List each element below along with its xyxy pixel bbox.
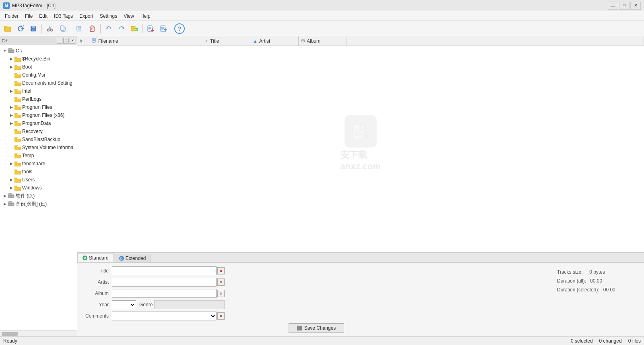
form-genre-input[interactable] <box>154 300 225 309</box>
form-artist-row: Artist ✕ <box>84 277 549 287</box>
tree-expand-system-volume[interactable] <box>8 144 14 151</box>
col-header-title[interactable]: ♪ Title <box>202 36 250 46</box>
tree-hscroll[interactable] <box>0 330 77 336</box>
tree-item-recycle[interactable]: ▶ $Recycle.Bin <box>0 55 77 63</box>
tree-expand-documents[interactable] <box>8 80 14 86</box>
toolbar-cut[interactable] <box>44 23 56 34</box>
toolbar-new[interactable] <box>73 23 85 34</box>
tree-expand-recycle[interactable]: ▶ <box>8 56 14 62</box>
tree-expand-c-drive[interactable]: ▼ <box>2 48 8 54</box>
tree-icon-tools <box>14 169 21 175</box>
form-album-input[interactable] <box>112 289 217 298</box>
scroll-thumb[interactable] <box>2 332 18 336</box>
tree-area[interactable]: ▼ C:\▶ $Recycle.Bin▶ Boot Config.Msi Doc… <box>0 45 77 330</box>
tree-item-temp[interactable]: Temp <box>0 152 77 160</box>
toolbar-help[interactable]: ? <box>174 23 185 34</box>
tree-expand-program-files-x86[interactable]: ▶ <box>8 112 14 118</box>
maximize-btn[interactable]: □ <box>619 2 630 10</box>
toolbar-open-folder[interactable] <box>2 23 14 34</box>
tree-expand-boot[interactable]: ▶ <box>8 64 14 70</box>
form-album-row: Album ✕ <box>84 289 549 298</box>
tree-item-recovery[interactable]: Recovery <box>0 127 77 135</box>
title-bar: M MP3TagEditor - [C:\] — □ ✕ <box>0 0 644 11</box>
tree-item-e-drive[interactable]: ▶ 备份[勿删] (E:) <box>0 200 77 208</box>
menu-export[interactable]: Export <box>76 12 97 20</box>
col-header-num[interactable]: # <box>77 36 89 46</box>
tree-expand-perflogs[interactable] <box>8 96 14 102</box>
form-title-clear[interactable]: ✕ <box>217 267 225 274</box>
tree-expand-e-drive[interactable]: ▶ <box>2 201 8 207</box>
tree-item-program-files[interactable]: ▶ Program Files <box>0 103 77 111</box>
panel-maximize-btn[interactable]: □ <box>63 38 69 44</box>
menu-view[interactable]: View <box>120 12 137 20</box>
tree-icon-sandblast <box>14 137 21 142</box>
tree-item-windows[interactable]: ▶ Windows <box>0 184 77 192</box>
toolbar-copy[interactable] <box>57 23 69 34</box>
tab-standard[interactable]: D Standard <box>77 253 114 262</box>
tree-expand-sandblast[interactable] <box>8 136 14 143</box>
toolbar-undo[interactable] <box>103 23 115 34</box>
toolbar-refresh[interactable] <box>14 23 27 34</box>
form-artist-input[interactable] <box>112 278 217 287</box>
tree-item-boot[interactable]: ▶ Boot <box>0 63 77 71</box>
tree-expand-config-msi[interactable] <box>8 72 14 78</box>
tree-item-perflogs[interactable]: PerfLogs <box>0 95 77 103</box>
tree-expand-windows[interactable]: ▶ <box>8 185 14 191</box>
tree-item-c-drive[interactable]: ▼ C:\ <box>0 47 77 55</box>
save-changes-btn[interactable]: Save Changes <box>289 323 345 333</box>
tree-item-programdata[interactable]: ▶ ProgramData <box>0 119 77 127</box>
stats-duration-selected: Duration (selected): 00:00 <box>557 285 638 294</box>
toolbar-save[interactable] <box>27 23 39 34</box>
tree-item-system-volume[interactable]: System Volume Informa <box>0 143 77 152</box>
menu-folder[interactable]: Folder <box>2 12 22 20</box>
close-btn[interactable]: ✕ <box>630 2 641 10</box>
tree-icon-documents <box>14 80 21 86</box>
tree-expand-program-files[interactable]: ▶ <box>8 104 14 110</box>
toolbar-delete[interactable] <box>86 23 98 34</box>
panel-minimize-btn[interactable]: _ <box>57 38 62 44</box>
form-title-input[interactable] <box>112 266 217 275</box>
tree-expand-users[interactable]: ▶ <box>8 177 14 183</box>
toolbar-redo[interactable] <box>116 23 128 34</box>
tree-icon-perflogs <box>14 96 21 102</box>
tree-expand-tools[interactable] <box>8 168 14 175</box>
menu-id3tags[interactable]: ID3 Tags <box>51 12 76 20</box>
minimize-btn[interactable]: — <box>608 2 618 10</box>
tree-expand-recovery[interactable] <box>8 128 14 135</box>
form-comments-clear[interactable]: ✕ <box>217 312 225 320</box>
menu-help[interactable]: Help <box>137 12 154 20</box>
menu-file[interactable]: File <box>22 12 36 20</box>
col-header-filename[interactable]: Filename <box>89 36 202 46</box>
tree-expand-temp[interactable] <box>8 152 14 159</box>
form-year-select[interactable] <box>112 300 136 309</box>
tree-item-tools[interactable]: tools <box>0 168 77 176</box>
panel-close-btn[interactable]: ✕ <box>70 38 75 44</box>
tree-item-sandblast[interactable]: SandBlastBackup <box>0 135 77 143</box>
menu-edit[interactable]: Edit <box>36 12 51 20</box>
menu-settings[interactable]: Settings <box>97 12 120 20</box>
tree-expand-programdata[interactable]: ▶ <box>8 120 14 127</box>
tree-expand-intel[interactable]: ▶ <box>8 88 14 94</box>
tree-icon-tenorshare <box>14 161 21 166</box>
tree-label-recovery: Recovery <box>22 129 43 134</box>
form-comments-select[interactable] <box>112 312 217 320</box>
file-list-area[interactable]: 🛡 安下载anxz.com <box>77 46 644 252</box>
toolbar-export-list[interactable] <box>145 23 157 34</box>
tree-item-d-drive[interactable]: ▶ 软件 (D:) <box>0 192 77 200</box>
tree-expand-d-drive[interactable]: ▶ <box>2 193 8 199</box>
tree-item-tenorshare[interactable]: ▶ tenorshare <box>0 160 77 168</box>
toolbar-apply[interactable] <box>128 23 140 34</box>
tree-item-intel[interactable]: ▶ Intel <box>0 87 77 95</box>
form-album-clear[interactable]: ✕ <box>217 290 225 297</box>
toolbar-import-list[interactable] <box>158 23 170 34</box>
tab-extended[interactable]: D Extended <box>114 254 151 262</box>
file-list-header: # Filename ♪ Title ▲ Artist <box>77 36 644 46</box>
tree-item-documents[interactable]: Documents and Setting <box>0 79 77 87</box>
tree-expand-tenorshare[interactable]: ▶ <box>8 160 14 167</box>
col-header-album[interactable]: Album <box>299 36 347 46</box>
tree-item-users[interactable]: ▶ Users <box>0 176 77 184</box>
tree-item-program-files-x86[interactable]: ▶ Program Files (x86) <box>0 111 77 119</box>
tree-item-config-msi[interactable]: Config.Msi <box>0 71 77 79</box>
form-artist-clear[interactable]: ✕ <box>217 278 225 286</box>
col-header-artist[interactable]: ▲ Artist <box>250 36 299 46</box>
